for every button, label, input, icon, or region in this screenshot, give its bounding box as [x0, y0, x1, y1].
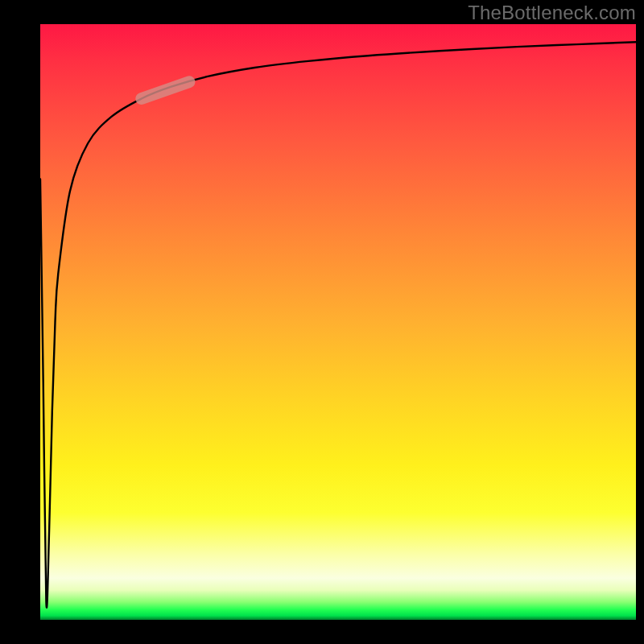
plot-area	[40, 24, 636, 620]
curve-layer	[40, 24, 636, 620]
bottleneck-curve	[40, 42, 636, 608]
watermark-text: TheBottleneck.com	[468, 2, 636, 24]
highlight-marker	[142, 82, 189, 99]
chart-stage: TheBottleneck.com	[0, 0, 644, 644]
